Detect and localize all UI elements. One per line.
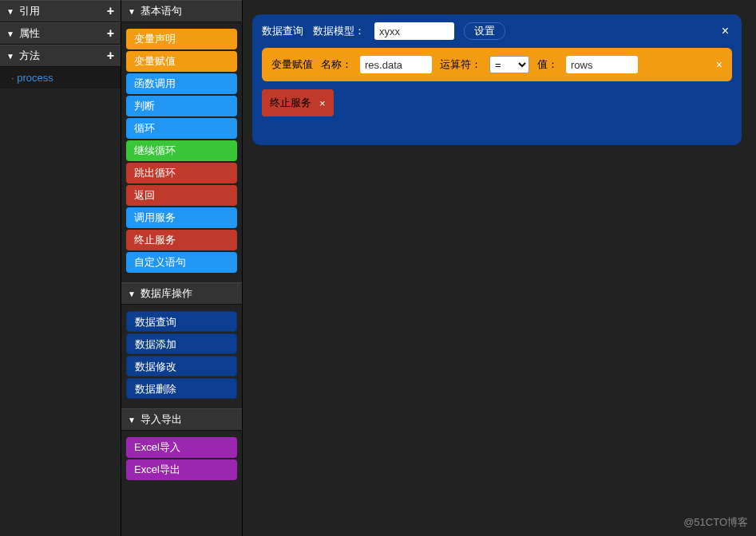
stmt-item[interactable]: 变量赋值 xyxy=(126,51,237,72)
chevron-down-icon: ▼ xyxy=(6,30,14,38)
palette-panel: ▼ 基本语句 变量声明变量赋值函数调用判断循环继续循环跳出循环返回调用服务终止服… xyxy=(121,0,243,536)
settings-button[interactable]: 设置 xyxy=(464,22,505,40)
section-methods[interactable]: ▼ 方法 + xyxy=(0,45,121,67)
group-label: 基本语句 xyxy=(141,4,182,18)
stmt-item[interactable]: 循环 xyxy=(126,118,237,139)
stmt-item[interactable]: 返回 xyxy=(126,185,237,206)
val-label: 值： xyxy=(537,57,558,72)
chevron-down-icon: ▼ xyxy=(128,416,136,424)
chevron-down-icon: ▼ xyxy=(128,7,136,16)
stmt-item[interactable]: Excel导出 xyxy=(126,459,237,480)
op-label: 运算符： xyxy=(440,57,481,72)
stmt-item[interactable]: 判断 xyxy=(126,96,237,116)
section-label: 引用 xyxy=(19,4,40,18)
chevron-down-icon: ▼ xyxy=(6,52,14,61)
stmt-item[interactable]: 数据删除 xyxy=(126,378,237,399)
stmt-item[interactable]: 数据修改 xyxy=(126,356,237,376)
model-input[interactable] xyxy=(374,22,454,40)
stmt-item[interactable]: 函数调用 xyxy=(126,73,237,94)
stmt-item[interactable]: 数据查询 xyxy=(126,311,237,332)
stmt-item[interactable]: 自定义语句 xyxy=(126,252,237,273)
block-terminate[interactable]: 终止服务 × xyxy=(262,89,334,116)
group-basic[interactable]: ▼ 基本语句 xyxy=(121,0,242,22)
chevron-down-icon: ▼ xyxy=(128,290,136,298)
name-input[interactable] xyxy=(360,56,432,73)
group-label: 数据库操作 xyxy=(141,286,192,301)
group-db[interactable]: ▼ 数据库操作 xyxy=(121,282,242,305)
chevron-down-icon: ▼ xyxy=(6,7,14,16)
stmt-item[interactable]: 变量声明 xyxy=(126,29,237,49)
assign-title: 变量赋值 xyxy=(271,57,313,72)
block-data-query[interactable]: 数据查询 数据模型： 设置 × 变量赋值 名称： 运算符： = 值： xyxy=(252,14,742,145)
section-reference[interactable]: ▼ 引用 + xyxy=(0,0,121,22)
model-label: 数据模型： xyxy=(313,24,365,38)
section-attributes[interactable]: ▼ 属性 + xyxy=(0,22,121,45)
group-io[interactable]: ▼ 导入导出 xyxy=(121,408,242,431)
plus-icon[interactable]: + xyxy=(107,26,114,41)
op-select[interactable]: = xyxy=(489,56,529,73)
section-label: 方法 xyxy=(19,49,40,63)
val-input[interactable] xyxy=(566,56,638,73)
canvas: 数据查询 数据模型： 设置 × 变量赋值 名称： 运算符： = 值： xyxy=(243,0,756,536)
block-assign[interactable]: 变量赋值 名称： 运算符： = 值： × xyxy=(262,48,732,81)
close-icon[interactable]: × xyxy=(718,24,732,38)
left-panel: ▼ 引用 + ▼ 属性 + ▼ 方法 + process xyxy=(0,0,121,536)
stmt-item[interactable]: 继续循环 xyxy=(126,140,237,161)
block-footer xyxy=(262,121,732,134)
name-label: 名称： xyxy=(321,57,352,72)
term-title: 终止服务 xyxy=(270,96,311,110)
block-title: 数据查询 xyxy=(262,24,303,38)
list-db: 数据查询数据添加数据修改数据删除 xyxy=(121,305,242,408)
list-basic: 变量声明变量赋值函数调用判断循环继续循环跳出循环返回调用服务终止服务自定义语句 xyxy=(121,22,242,282)
method-item-process[interactable]: process xyxy=(0,67,121,89)
stmt-item[interactable]: 终止服务 xyxy=(126,230,237,250)
stmt-item[interactable]: Excel导入 xyxy=(126,437,237,458)
section-label: 属性 xyxy=(19,26,40,41)
watermark: @51CTO博客 xyxy=(683,515,748,530)
plus-icon[interactable]: + xyxy=(107,49,114,63)
plus-icon[interactable]: + xyxy=(107,4,114,18)
close-icon[interactable]: × xyxy=(716,58,722,71)
stmt-item[interactable]: 调用服务 xyxy=(126,207,237,228)
list-io: Excel导入Excel导出 xyxy=(121,431,242,490)
stmt-item[interactable]: 数据添加 xyxy=(126,333,237,354)
stmt-item[interactable]: 跳出循环 xyxy=(126,163,237,183)
close-icon[interactable]: × xyxy=(319,97,326,109)
group-label: 导入导出 xyxy=(141,412,182,427)
